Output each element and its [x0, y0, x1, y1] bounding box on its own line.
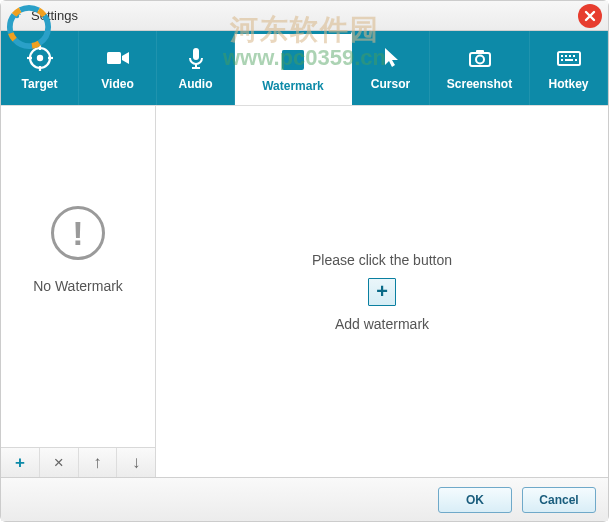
- exclamation-icon: !: [72, 216, 83, 250]
- settings-gear-icon: [9, 8, 25, 24]
- sidebar-toolbar: + × ↑ ↓: [1, 447, 155, 477]
- svg-marker-18: [385, 48, 398, 67]
- tab-audio[interactable]: Audio: [157, 31, 235, 105]
- footer: OK Cancel: [1, 477, 608, 521]
- svg-point-17: [289, 52, 291, 54]
- tab-target-label: Target: [22, 77, 58, 91]
- watermark-list: ! No Watermark: [1, 106, 155, 447]
- screenshot-icon: [467, 45, 493, 71]
- tab-screenshot-label: Screenshot: [447, 77, 512, 91]
- svg-rect-20: [476, 50, 484, 54]
- tab-hotkey-label: Hotkey: [548, 77, 588, 91]
- content-body: ! No Watermark + × ↑ ↓ Please click the …: [1, 105, 608, 477]
- add-watermark-button[interactable]: +: [368, 278, 396, 306]
- sidebar-move-down-button[interactable]: ↓: [117, 448, 155, 477]
- sidebar-move-up-button[interactable]: ↑: [79, 448, 118, 477]
- cursor-icon: [378, 45, 404, 71]
- close-icon: [584, 10, 596, 22]
- video-icon: [105, 45, 131, 71]
- titlebar: Settings: [1, 1, 608, 31]
- tab-cursor-label: Cursor: [371, 77, 410, 91]
- watermark-icon: [280, 47, 306, 73]
- tab-bar: Target Video Audio Watermark Cursor Scre…: [1, 31, 608, 105]
- tab-audio-label: Audio: [179, 77, 213, 91]
- svg-rect-24: [565, 55, 567, 57]
- target-icon: [27, 45, 53, 71]
- watermark-sidebar: ! No Watermark + × ↑ ↓: [1, 106, 156, 477]
- settings-window: 河东软件园 www.pc0359.cn Settings Target Vide…: [0, 0, 609, 522]
- svg-marker-10: [122, 52, 129, 64]
- svg-point-16: [286, 52, 288, 54]
- tab-watermark-label: Watermark: [262, 79, 324, 93]
- main-panel: Please click the button + Add watermark: [156, 106, 608, 477]
- sidebar-remove-button[interactable]: ×: [40, 448, 79, 477]
- svg-rect-9: [107, 52, 121, 64]
- plus-icon: +: [376, 280, 388, 303]
- svg-rect-23: [561, 55, 563, 57]
- sidebar-add-button[interactable]: +: [1, 448, 40, 477]
- empty-state-icon: !: [51, 206, 105, 260]
- prompt-line-2: Add watermark: [335, 316, 429, 332]
- tab-video[interactable]: Video: [79, 31, 157, 105]
- cancel-button[interactable]: Cancel: [522, 487, 596, 513]
- tab-watermark[interactable]: Watermark: [235, 31, 352, 105]
- svg-rect-28: [565, 59, 573, 61]
- tab-screenshot[interactable]: Screenshot: [430, 31, 530, 105]
- empty-state-label: No Watermark: [33, 278, 123, 294]
- svg-rect-11: [193, 48, 199, 60]
- tab-video-label: Video: [101, 77, 133, 91]
- prompt-line-1: Please click the button: [312, 252, 452, 268]
- ok-button[interactable]: OK: [438, 487, 512, 513]
- svg-rect-27: [561, 59, 563, 61]
- svg-rect-22: [558, 52, 580, 65]
- audio-icon: [183, 45, 209, 71]
- svg-rect-26: [573, 55, 575, 57]
- svg-point-21: [476, 56, 484, 64]
- svg-rect-29: [575, 59, 577, 61]
- tab-target[interactable]: Target: [1, 31, 79, 105]
- svg-point-4: [36, 55, 42, 61]
- svg-rect-25: [569, 55, 571, 57]
- hotkey-icon: [556, 45, 582, 71]
- tab-hotkey[interactable]: Hotkey: [530, 31, 608, 105]
- close-button[interactable]: [578, 4, 602, 28]
- tab-cursor[interactable]: Cursor: [352, 31, 430, 105]
- window-title: Settings: [31, 8, 78, 23]
